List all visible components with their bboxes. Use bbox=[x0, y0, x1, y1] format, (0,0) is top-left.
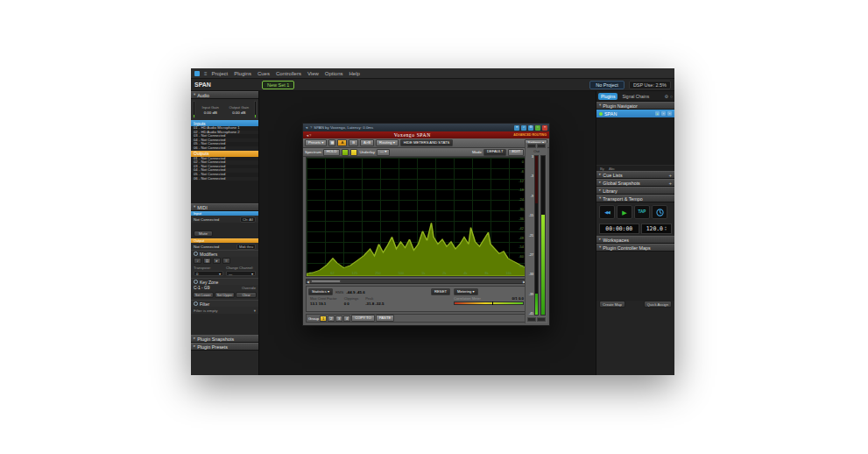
channel-color-green-button[interactable] bbox=[342, 149, 349, 156]
bypass-icon[interactable]: ▪ bbox=[667, 111, 672, 116]
set-upper-button[interactable]: Set Upper bbox=[215, 292, 236, 298]
clear-button[interactable]: Clear bbox=[236, 292, 257, 298]
close-icon[interactable]: × bbox=[542, 125, 547, 131]
gear-icon[interactable]: ⚙ bbox=[528, 125, 533, 131]
section-transport-tempo[interactable]: ▾ Transport & Tempo bbox=[596, 195, 674, 202]
paste-button[interactable]: PASTE bbox=[376, 315, 394, 322]
chevron-down-icon[interactable]: ▾ bbox=[251, 272, 253, 276]
no-project-button[interactable]: No Project bbox=[589, 81, 625, 89]
modifiers-row[interactable]: Modifiers bbox=[191, 250, 258, 257]
group-button[interactable]: 3 bbox=[335, 316, 342, 322]
menu-item[interactable]: Project bbox=[212, 71, 229, 76]
channel-color-yellow-button[interactable] bbox=[350, 149, 357, 156]
grid-icon[interactable]: ≡ bbox=[204, 71, 208, 76]
add-icon[interactable]: + bbox=[668, 173, 672, 178]
scrollbar-handle[interactable] bbox=[311, 280, 341, 283]
note-icon[interactable]: ♪ bbox=[194, 258, 201, 264]
stepper-arrows-icon[interactable]: ▲▼ bbox=[665, 226, 667, 231]
hide-meters-button[interactable]: HIDE METERS AND STATS bbox=[400, 139, 453, 146]
scroll-left-icon[interactable]: ◀ bbox=[307, 280, 309, 284]
routing-dropdown[interactable]: Routing ▾ bbox=[376, 139, 399, 146]
arrow-icon[interactable]: ▸ bbox=[213, 258, 221, 264]
help-icon[interactable]: ? bbox=[310, 126, 312, 130]
power-icon[interactable] bbox=[194, 280, 198, 284]
sort-abc-label[interactable]: Abc bbox=[609, 167, 615, 171]
rewind-button[interactable]: ◀◀ bbox=[599, 205, 615, 219]
filter-row[interactable]: Filter bbox=[191, 300, 258, 307]
section-plugin-navigator[interactable]: ▾ Plugin Navigator bbox=[596, 102, 674, 110]
quick-assign-button[interactable]: Quick Assign bbox=[644, 301, 672, 308]
section-audio[interactable]: ▾ Audio bbox=[191, 91, 258, 99]
menu-item[interactable]: View bbox=[307, 71, 319, 76]
menu-item[interactable]: Controllers bbox=[276, 71, 301, 76]
group-button[interactable]: 1 bbox=[320, 316, 327, 322]
metronome-button[interactable] bbox=[652, 205, 667, 219]
ab-copy-button[interactable]: A>B bbox=[360, 139, 374, 146]
section-workspaces[interactable]: ▸ Workspaces bbox=[596, 236, 674, 244]
section-cue-lists[interactable]: ▸ Cue Lists + bbox=[596, 171, 674, 179]
presets-dropdown[interactable]: Presets ▾ bbox=[305, 139, 327, 146]
mode-default-button[interactable]: DEFAULT bbox=[483, 149, 507, 156]
group-button[interactable]: 2 bbox=[328, 316, 335, 322]
underlay-select[interactable]: — ▾ bbox=[377, 149, 390, 156]
tempo-display[interactable]: 120.0 ▲▼ bbox=[641, 223, 672, 234]
chevron-down-icon[interactable]: ▾ bbox=[254, 309, 256, 313]
section-plugin-presets[interactable]: ▸ Plugin Presets bbox=[191, 343, 258, 351]
copy-to-button[interactable]: COPY TO bbox=[351, 315, 375, 322]
section-plugin-snapshots[interactable]: ▸ Plugin Snapshots bbox=[191, 335, 258, 343]
midi-mute-button[interactable]: Mute bbox=[194, 231, 213, 237]
power-icon[interactable]: ● bbox=[655, 111, 660, 116]
plugin-titlebar[interactable]: ◄ ? SPAN by Voxengo, Latency: 0.0ms ≡ ♪ … bbox=[303, 124, 549, 131]
menu-item[interactable]: Help bbox=[349, 71, 360, 76]
tab-plugins[interactable]: Plugins bbox=[598, 93, 617, 100]
tap-tempo-button[interactable]: TAP bbox=[634, 205, 650, 219]
change-channel-select[interactable]: — ▾ bbox=[226, 271, 256, 276]
midi-channel-select[interactable]: Ch: All bbox=[240, 216, 256, 223]
section-library[interactable]: ▸ Library bbox=[596, 187, 674, 195]
power-icon[interactable]: ○ bbox=[535, 125, 540, 131]
gear-icon[interactable]: ⚙ bbox=[664, 94, 667, 99]
menu-item[interactable]: Cues bbox=[258, 71, 270, 76]
create-map-button[interactable]: Create Map bbox=[599, 301, 625, 308]
reset-button[interactable]: RESET bbox=[431, 288, 450, 295]
play-button[interactable]: ▶ bbox=[617, 205, 632, 219]
color-scheme-button[interactable]: ▦ bbox=[328, 139, 335, 146]
back-icon[interactable]: ◄ bbox=[305, 126, 308, 130]
section-plugin-controller-maps[interactable]: ▾ Plugin Controller Maps bbox=[596, 244, 674, 252]
group-button[interactable]: 4 bbox=[343, 316, 350, 322]
ab-slot-b-button[interactable]: B bbox=[349, 139, 358, 146]
spectrum-scrollbar[interactable]: ◀ ▶ bbox=[306, 279, 526, 284]
mode-edit-button[interactable]: EDIT bbox=[508, 149, 524, 156]
new-set-button[interactable]: New Set 1 bbox=[262, 81, 294, 89]
menu-icon[interactable]: ≡ bbox=[514, 125, 519, 131]
section-global-snapshots[interactable]: ▸ Global Snapshots + bbox=[596, 179, 674, 187]
sort-by-label[interactable]: By bbox=[600, 167, 604, 171]
stepper-arrows-icon[interactable]: ▾ bbox=[219, 272, 221, 276]
transpose-stepper[interactable]: 0 ▾ bbox=[194, 271, 223, 276]
edit-icon[interactable]: ▪ bbox=[661, 111, 666, 116]
menu-icon[interactable]: ≡ bbox=[222, 258, 230, 264]
input-gain[interactable]: Input Gain 0.00 dB bbox=[197, 101, 224, 118]
key-zone-mode[interactable]: Override bbox=[242, 286, 256, 290]
tab-signal-chains[interactable]: Signal Chains bbox=[619, 93, 652, 100]
meter-option-button[interactable] bbox=[527, 144, 536, 148]
midi-icon[interactable]: ♪ bbox=[521, 125, 526, 131]
plugin-list-item-span[interactable]: SPAN ● ▪ ▪ bbox=[596, 110, 674, 117]
pin-icon[interactable]: ○ bbox=[670, 94, 673, 99]
meter-option-button[interactable] bbox=[537, 144, 546, 148]
menu-item[interactable]: Options bbox=[325, 71, 343, 76]
hold-button[interactable]: HOLD bbox=[323, 149, 341, 156]
midi-thru-toggle[interactable]: Midi thru bbox=[236, 244, 256, 250]
power-icon[interactable] bbox=[194, 252, 198, 256]
add-icon[interactable]: + bbox=[668, 181, 672, 186]
metering-dropdown[interactable]: Metering ▾ bbox=[454, 288, 478, 295]
key-zone-row[interactable]: Key Zone bbox=[191, 278, 258, 285]
power-icon[interactable] bbox=[194, 301, 198, 306]
section-midi[interactable]: ▾ MIDI bbox=[191, 203, 258, 211]
set-lower-button[interactable]: Set Lower bbox=[193, 292, 214, 298]
keyboard-icon[interactable]: ▤ bbox=[203, 258, 211, 264]
statistics-dropdown[interactable]: Statistics ▾ bbox=[308, 288, 333, 295]
menu-item[interactable]: Plugins bbox=[234, 71, 251, 76]
ab-slot-a-button[interactable]: A bbox=[337, 139, 347, 146]
output-gain[interactable]: Output Gain 0.00 dB bbox=[226, 101, 253, 118]
